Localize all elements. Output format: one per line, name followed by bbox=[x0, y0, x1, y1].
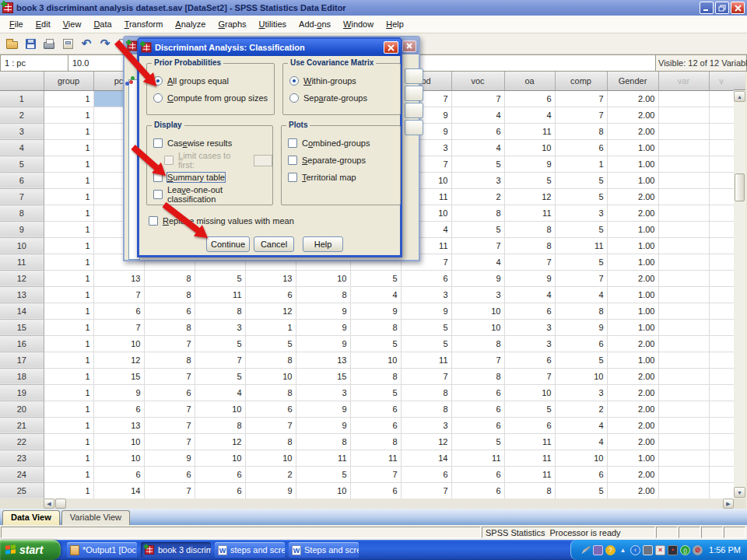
cell[interactable]: 4 bbox=[195, 384, 245, 401]
cell[interactable]: 6 bbox=[451, 417, 504, 433]
cell[interactable]: 3 bbox=[451, 172, 504, 188]
cell[interactable]: 10 bbox=[555, 368, 607, 384]
cell[interactable]: 8 bbox=[144, 319, 195, 335]
cell[interactable]: 6 bbox=[504, 90, 555, 107]
task-steps-and-scree[interactable]: Wsteps and scree... bbox=[215, 542, 285, 558]
checkbox-control[interactable] bbox=[153, 138, 163, 148]
separate-groups-radio[interactable]: Separate-groups bbox=[289, 89, 400, 107]
cell[interactable]: 1 bbox=[245, 319, 296, 335]
cell[interactable]: 5 bbox=[245, 335, 296, 352]
cell[interactable]: 13 bbox=[93, 270, 144, 286]
cell[interactable]: 9 bbox=[296, 319, 350, 335]
cell[interactable]: 6 bbox=[144, 303, 195, 319]
restore-button[interactable] bbox=[715, 2, 729, 14]
cell[interactable]: 8 bbox=[504, 237, 555, 254]
cell[interactable]: 1 bbox=[44, 123, 93, 139]
cell[interactable] bbox=[658, 107, 709, 123]
scroll-right-button[interactable]: ▶ bbox=[723, 499, 734, 509]
cell[interactable]: 8 bbox=[245, 433, 296, 450]
row-header[interactable]: 20 bbox=[0, 401, 44, 417]
row-header[interactable]: 5 bbox=[0, 156, 44, 172]
cell[interactable]: 6 bbox=[245, 401, 296, 417]
cell[interactable]: 6 bbox=[504, 417, 555, 433]
cell[interactable]: 2.00 bbox=[607, 482, 658, 499]
cell[interactable]: 7 bbox=[144, 335, 195, 352]
cell[interactable] bbox=[709, 335, 734, 352]
cell[interactable]: 1 bbox=[44, 450, 93, 466]
vertical-scrollbar[interactable]: ▲ ▼ bbox=[734, 72, 745, 499]
cell[interactable]: 5 bbox=[195, 270, 245, 286]
cell[interactable]: 8 bbox=[555, 303, 607, 319]
cell[interactable] bbox=[658, 221, 709, 237]
tablet-icon[interactable] bbox=[593, 545, 603, 555]
cell[interactable]: 7 bbox=[401, 368, 451, 384]
cell[interactable]: 8 bbox=[350, 368, 401, 384]
separate-groups-checkbox[interactable]: Separate-groups bbox=[288, 152, 400, 169]
cell[interactable]: 14 bbox=[401, 450, 451, 466]
cell[interactable]: 8 bbox=[144, 270, 195, 286]
statistics-button[interactable] bbox=[405, 68, 423, 84]
checkbox-control[interactable] bbox=[288, 156, 297, 165]
row-header[interactable]: 6 bbox=[0, 172, 44, 188]
column-header-oa[interactable]: oa bbox=[504, 72, 555, 90]
cell[interactable]: 8 bbox=[245, 352, 296, 368]
cell[interactable] bbox=[709, 352, 734, 368]
cell[interactable] bbox=[709, 188, 734, 205]
column-header-var[interactable]: var bbox=[658, 72, 709, 90]
cell[interactable]: 12 bbox=[245, 303, 296, 319]
cell[interactable]: 15 bbox=[296, 368, 350, 384]
cell[interactable]: 10 bbox=[350, 352, 401, 368]
checkbox-control[interactable] bbox=[153, 173, 163, 182]
cell[interactable] bbox=[658, 188, 709, 205]
start-button[interactable]: start bbox=[0, 540, 61, 560]
cell[interactable]: 6 bbox=[451, 384, 504, 401]
cell[interactable]: 10 bbox=[451, 319, 504, 335]
cell[interactable] bbox=[658, 450, 709, 466]
menu-add-ons[interactable]: Add-ons bbox=[293, 17, 337, 31]
cell[interactable] bbox=[709, 368, 734, 384]
cell[interactable]: 1 bbox=[44, 303, 93, 319]
continue-button[interactable]: Continue bbox=[206, 236, 250, 252]
cell[interactable]: 3 bbox=[401, 286, 451, 303]
cell[interactable]: 8 bbox=[195, 303, 245, 319]
row-header[interactable]: 15 bbox=[0, 319, 44, 335]
cell[interactable]: 11 bbox=[504, 205, 555, 221]
cell[interactable]: 9 bbox=[296, 335, 350, 352]
cell[interactable]: 3 bbox=[504, 319, 555, 335]
cell[interactable]: 11 bbox=[504, 433, 555, 450]
menu-file[interactable]: File bbox=[3, 17, 30, 31]
cell[interactable]: 6 bbox=[144, 466, 195, 482]
cell[interactable]: 8 bbox=[350, 319, 401, 335]
cell[interactable]: 10 bbox=[245, 368, 296, 384]
cell[interactable]: 1 bbox=[44, 221, 93, 237]
menu-analyze[interactable]: Analyze bbox=[169, 17, 212, 31]
cell[interactable]: 1.00 bbox=[607, 319, 658, 335]
cell[interactable]: 1.00 bbox=[607, 450, 658, 466]
cell[interactable]: 7 bbox=[144, 433, 195, 450]
cell[interactable] bbox=[709, 123, 734, 139]
cell[interactable]: 9 bbox=[555, 319, 607, 335]
cell[interactable]: 5 bbox=[555, 221, 607, 237]
dialog-close-button[interactable] bbox=[402, 40, 416, 52]
row-header[interactable]: 24 bbox=[0, 466, 44, 482]
cell[interactable] bbox=[709, 172, 734, 188]
checkbox-control[interactable] bbox=[288, 173, 297, 182]
cell[interactable]: 5 bbox=[195, 368, 245, 384]
cell[interactable]: 7 bbox=[504, 254, 555, 270]
method-button[interactable] bbox=[405, 86, 423, 101]
cell[interactable]: 5 bbox=[401, 335, 451, 352]
cell[interactable]: 5 bbox=[350, 270, 401, 286]
cell[interactable]: 9 bbox=[401, 303, 451, 319]
cell[interactable]: 2.00 bbox=[607, 107, 658, 123]
compute-from-group-sizes-radio[interactable]: Compute from group sizes bbox=[153, 89, 274, 107]
cell[interactable] bbox=[658, 401, 709, 417]
cell[interactable] bbox=[658, 205, 709, 221]
cell[interactable] bbox=[709, 433, 734, 450]
cell[interactable]: 13 bbox=[245, 270, 296, 286]
casewise-results-checkbox[interactable]: Casewise results bbox=[153, 135, 272, 152]
column-header-voc[interactable]: voc bbox=[451, 72, 504, 90]
scroll-up-button[interactable]: ▲ bbox=[734, 91, 745, 102]
cell[interactable] bbox=[658, 286, 709, 303]
cell[interactable]: 1 bbox=[44, 270, 93, 286]
cell[interactable]: 5 bbox=[504, 172, 555, 188]
